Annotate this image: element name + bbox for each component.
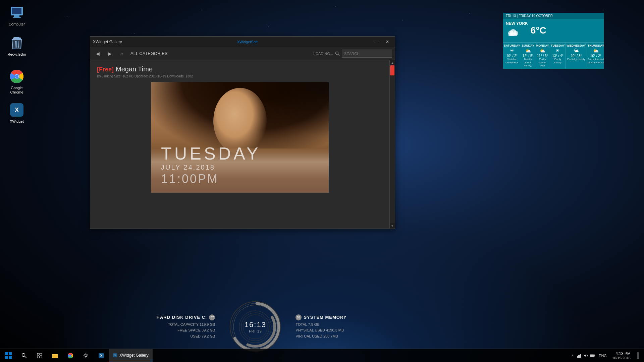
tray-network-icon[interactable] xyxy=(577,353,582,358)
svg-point-10 xyxy=(14,74,19,79)
windows-logo-icon xyxy=(5,352,12,359)
loading-indicator: LOADING... xyxy=(313,52,333,56)
gallery-scrollbar: ▲ ▼ xyxy=(389,60,395,229)
gallery-search-area: LOADING... xyxy=(313,50,392,58)
svg-point-19 xyxy=(336,52,338,54)
scroll-track[interactable] xyxy=(390,65,395,223)
file-explorer-icon xyxy=(52,353,58,359)
close-button[interactable]: ✕ xyxy=(383,38,392,46)
taskview-icon xyxy=(37,353,42,358)
svg-rect-0 xyxy=(11,7,23,15)
gauge-time: 16:13 xyxy=(245,320,266,329)
widget-title-area: [Free] Megan Time By Jimking Size: 162 K… xyxy=(97,65,383,78)
gallery-titlebar: XWidget Gallery XWidgetSoft — ✕ xyxy=(90,37,395,47)
recyclebin-icon-label: RecycleBin xyxy=(7,52,26,57)
gallery-taskbar-label: XWidget Gallery xyxy=(119,353,149,358)
desktop-icon-chrome[interactable]: Google Chrome xyxy=(3,67,30,96)
widget-preview: TUESDAY JULY 24.2018 11:00PM xyxy=(151,82,329,193)
preview-date-text: JULY 24.2018 xyxy=(161,164,319,171)
svg-rect-33 xyxy=(37,356,39,358)
svg-point-40 xyxy=(70,355,71,356)
mem-virtual: VIRTUAL USED 250.7MB xyxy=(296,334,346,340)
svg-rect-18 xyxy=(508,33,517,36)
search-input[interactable] xyxy=(342,50,392,58)
taskbar-chrome-icon xyxy=(67,353,73,359)
weather-header-date: FRI 13 | FRIDAY 19 OCTOBER xyxy=(506,14,553,18)
hdd-details: TOTAL CAPACITY 119.9 GB FREE SPACE 39.2 … xyxy=(157,322,215,340)
tray-icons xyxy=(569,349,596,362)
taskbar-file-explorer-button[interactable] xyxy=(48,349,62,362)
recyclebin-icon xyxy=(9,35,25,51)
settings-icon xyxy=(83,353,89,358)
gauge-center: 16:13 FRI 19 xyxy=(245,320,266,333)
svg-line-20 xyxy=(338,54,340,56)
svg-rect-34 xyxy=(40,356,42,358)
tray-battery-icon[interactable] xyxy=(590,353,595,358)
tray-up-arrow-icon[interactable] xyxy=(570,353,575,358)
forecast-tuesday: TUESDAY ☀ 13° / 4° Partly sunny xyxy=(550,43,566,69)
hdd-capacity: TOTAL CAPACITY 119.9 GB xyxy=(157,322,215,328)
image-text-overlay: TUESDAY JULY 24.2018 11:00PM xyxy=(151,138,329,193)
taskbar-task-view-button[interactable] xyxy=(32,349,47,362)
taskbar-search-icon xyxy=(21,353,27,358)
svg-text:X: X xyxy=(114,354,116,357)
chrome-icon-label: Google Chrome xyxy=(5,86,29,95)
weather-widget: FRI 13 | FRIDAY 19 OCTOBER NEW YORK 6°C … xyxy=(503,13,604,69)
chrome-icon xyxy=(9,68,25,84)
taskbar-xwidget-button[interactable]: X xyxy=(94,349,109,362)
desktop: Computer RecycleBin xyxy=(0,0,644,362)
clock-date: 10/19/2018 xyxy=(612,356,631,360)
show-desktop-button[interactable] xyxy=(635,349,641,362)
mem-title: SYSTEM MEMORY xyxy=(304,315,346,320)
taskbar-settings-button[interactable] xyxy=(78,349,93,362)
weather-city: NEW YORK xyxy=(506,21,528,26)
hdd-stats: HARD DISK DRIVE C: 67 TOTAL CAPACITY 119… xyxy=(157,314,215,340)
scroll-down-button[interactable]: ▼ xyxy=(390,223,395,229)
computer-icon xyxy=(9,5,25,21)
scroll-up-button[interactable]: ▲ xyxy=(390,60,395,65)
svg-line-6 xyxy=(15,41,15,48)
preview-time-text: 11:00PM xyxy=(161,172,319,186)
gallery-taskbar-icon: X xyxy=(113,353,117,358)
svg-rect-13 xyxy=(10,103,23,117)
forecast-saturday: SATURDAY ☀ 10° / 2° Variable cloudiness xyxy=(503,43,521,69)
free-badge: [Free] xyxy=(97,66,114,73)
memory-stats: 51 SYSTEM MEMORY TOTAL 7.9 GB PHYSICAL U… xyxy=(296,314,346,340)
preview-day-text: TUESDAY xyxy=(161,145,319,162)
minimize-button[interactable]: — xyxy=(373,38,382,46)
gallery-content: [Free] Megan Time By Jimking Size: 162 K… xyxy=(90,60,395,229)
system-stats-widget: HARD DISK DRIVE C: 67 TOTAL CAPACITY 119… xyxy=(134,305,369,349)
forecast-thursday: THURSDAY ⛅ 10° / 2° Sunshine and patchy … xyxy=(587,43,605,69)
svg-point-12 xyxy=(15,75,18,78)
back-button[interactable]: ◀ xyxy=(93,49,102,58)
svg-rect-32 xyxy=(40,353,42,355)
forward-button[interactable]: ▶ xyxy=(105,49,114,58)
svg-rect-48 xyxy=(579,355,580,358)
taskbar-xwidget-icon: X xyxy=(98,353,104,359)
svg-rect-36 xyxy=(52,355,58,358)
svg-point-9 xyxy=(10,70,23,83)
desktop-icon-xwidget[interactable]: X XWidget xyxy=(3,101,30,125)
tray-volume-icon[interactable] xyxy=(583,353,589,358)
svg-text:X: X xyxy=(100,354,103,358)
taskbar-chrome-button[interactable] xyxy=(63,349,78,362)
scroll-thumb[interactable] xyxy=(390,65,394,75)
weather-temp: 6°C xyxy=(531,25,546,36)
system-clock[interactable]: 4:13 PM 10/19/2018 xyxy=(609,351,633,360)
desktop-icon-computer[interactable]: Computer xyxy=(3,3,30,28)
svg-rect-3 xyxy=(13,17,21,18)
taskbar: X X XWidget Gallery xyxy=(0,349,644,362)
hdd-title: HARD DISK DRIVE C: xyxy=(157,315,207,320)
computer-icon-label: Computer xyxy=(9,22,25,26)
start-button[interactable] xyxy=(0,349,17,362)
xwidget-icon: X xyxy=(9,102,25,118)
gallery-window-title: XWidget Gallery xyxy=(93,40,122,44)
gallery-taskbar-button[interactable]: X XWidget Gallery xyxy=(109,349,153,362)
home-button[interactable]: ⌂ xyxy=(117,49,126,58)
xwidget-gallery-window: XWidget Gallery XWidgetSoft — ✕ ◀ ▶ ⌂ AL… xyxy=(90,36,395,229)
svg-rect-49 xyxy=(580,354,581,358)
desktop-icon-recyclebin[interactable]: RecycleBin xyxy=(3,34,30,58)
gallery-category: ALL CATEGORIES xyxy=(130,51,168,56)
taskbar-search-button[interactable] xyxy=(17,349,32,362)
weather-cloud-icon xyxy=(506,26,519,39)
